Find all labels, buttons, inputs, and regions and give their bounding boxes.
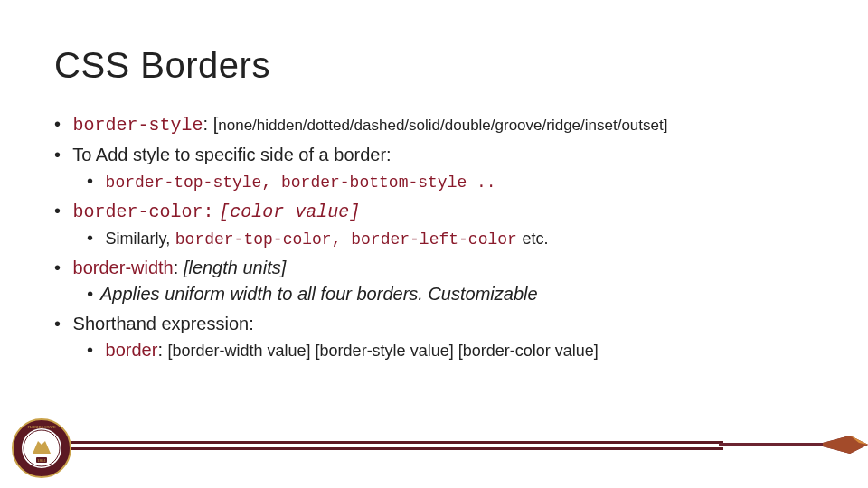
prop-border-width: border-width [73,258,174,277]
footer-divider [63,439,868,452]
fsu-seal-icon: 1851 FLORIDA STATE [11,418,72,479]
bullet-border-style: border-style: [none/hidden/dotted/dashed… [54,111,814,138]
border-width-value: [length units] [184,258,286,277]
spear-icon [714,425,868,465]
bullet-side-style-sub: border-top-style, border-bottom-style .. [87,168,814,194]
bullet-shorthand: Shorthand expression: border: [border-wi… [54,311,814,363]
prop-border-shorthand: border [106,340,158,360]
bullet-border-color: border-color: [color value] Similarly, b… [54,198,814,251]
bullet-shorthand-sub: border: [border-width value] [border-sty… [87,337,814,363]
svg-text:1851: 1851 [37,458,47,463]
slide-content: border-style: [none/hidden/dotted/dashed… [54,111,814,363]
border-style-values: none/hidden/dotted/dashed/solid/double/g… [218,117,667,134]
svg-text:FLORIDA STATE: FLORIDA STATE [27,425,56,429]
prop-border-color: border-color: [73,202,214,222]
bullet-border-width-sub: Applies uniform width to all four border… [87,281,814,307]
slide-title: CSS Borders [54,45,814,86]
bullet-border-width: border-width: [length units] Applies uni… [54,255,814,307]
bullet-side-style: To Add style to specific side of a borde… [54,142,814,194]
shorthand-values: [border-width value] [border-style value… [168,342,599,360]
prop-border-style: border-style [73,115,203,136]
bullet-border-color-sub: Similarly, border-top-color, border-left… [87,225,814,251]
